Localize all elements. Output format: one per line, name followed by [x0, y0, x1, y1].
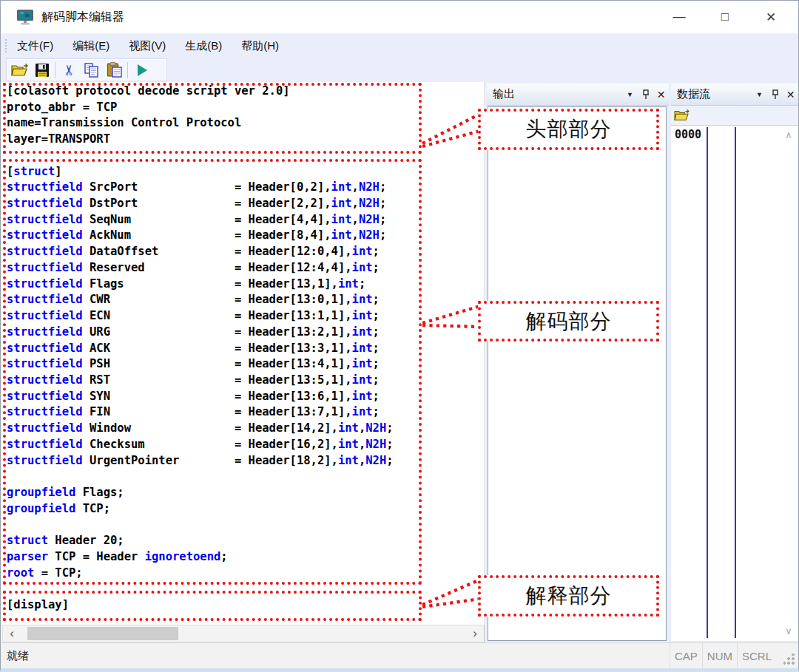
- datastream-open-button[interactable]: [671, 106, 692, 124]
- floppy-disk-icon: [35, 63, 50, 78]
- run-button[interactable]: [129, 60, 152, 80]
- code-line: structfield SeqNum = Header[4,4],int,N2H…: [7, 212, 394, 228]
- scissors-icon: ✂: [60, 64, 76, 76]
- code-line: [struct]: [7, 164, 394, 180]
- code-line: structfield SrcPort = Header[0,2],int,N2…: [7, 180, 394, 196]
- toolbar-group: ✂: [7, 59, 166, 81]
- code-line: parser TCP = Header ignoretoend;: [7, 549, 394, 566]
- code-line: groupfield Flags;: [7, 485, 394, 501]
- code-line: structfield Flags = Header[13,1],int;: [7, 276, 394, 293]
- app-window: 解码脚本编辑器 — □ ✕ 文件(F)编辑(E)视图(V)生成(B)帮助(H): [0, 0, 799, 672]
- status-bar: 就绪 CAPNUMSCRL: [1, 642, 798, 668]
- menu-item-help[interactable]: 帮助(H): [232, 34, 289, 58]
- datastream-panel-title: 数据流: [677, 87, 752, 101]
- datastream-toolbar: [671, 106, 798, 125]
- copy-button[interactable]: [80, 60, 103, 80]
- menu-bar: 文件(F)编辑(E)视图(V)生成(B)帮助(H): [1, 33, 798, 58]
- code-line: structfield DstPort = Header[2,2],int,N2…: [7, 196, 394, 212]
- code-editor[interactable]: [colasoft protocol decode script ver 2.0…: [1, 82, 485, 642]
- scroll-down-arrow[interactable]: ∨: [782, 625, 795, 637]
- datastream-dropdown-icon[interactable]: ▼: [752, 86, 767, 103]
- code-line: structfield PSH = Header[13:4,1],int;: [7, 356, 394, 373]
- open-folder-icon: [10, 63, 28, 78]
- output-close-icon[interactable]: ✕: [653, 86, 669, 103]
- window-title: 解码脚本编辑器: [41, 10, 124, 25]
- hex-column-divider: [707, 127, 708, 638]
- datastream-panel-header: 数据流 ▼ ✕: [671, 84, 798, 106]
- code-line: struct Header 20;: [7, 533, 394, 549]
- hex-offset-label: 0000: [675, 128, 701, 141]
- code-line: structfield Window = Header[14,2],int,N2…: [7, 421, 394, 437]
- datastream-close-icon[interactable]: ✕: [783, 86, 798, 103]
- maximize-button[interactable]: □: [702, 1, 748, 33]
- status-toggle-cap: CAP: [670, 643, 702, 668]
- code-line: groupfield TCP;: [7, 501, 394, 517]
- status-toggles: CAPNUMSCRL: [670, 643, 776, 668]
- code-line: structfield SYN = Header[13:6,1],int;: [7, 389, 394, 405]
- code-line: structfield ECN = Header[13:1,1],int;: [7, 308, 394, 325]
- horizontal-scroll-thumb[interactable]: [27, 627, 178, 640]
- output-panel-header: 输出 ▼ ✕: [487, 84, 669, 106]
- status-toggle-num: NUM: [702, 643, 737, 668]
- copy-documents-icon: [84, 63, 100, 78]
- app-icon: [16, 7, 35, 27]
- code-line: root = TCP;: [7, 566, 394, 582]
- open-button[interactable]: [7, 60, 30, 80]
- datastream-panel-content: 0000 ∧ ∨: [671, 125, 798, 641]
- menu-item-file[interactable]: 文件(F): [7, 34, 63, 58]
- cut-button[interactable]: ✂: [57, 60, 80, 80]
- code-line: structfield URG = Header[13:2,1],int;: [7, 325, 394, 341]
- code-line: structfield UrgentPointer = Header[18,2]…: [7, 453, 394, 469]
- code-line: [display]: [7, 597, 394, 614]
- scroll-left-arrow[interactable]: ‹: [4, 625, 19, 642]
- title-bar: 解码脚本编辑器 — □ ✕: [1, 1, 798, 33]
- open-folder-icon: [673, 109, 690, 122]
- code-line: structfield RST = Header[13:5,1],int;: [7, 373, 394, 389]
- close-button[interactable]: ✕: [748, 1, 794, 33]
- status-toggle-scrl: SCRL: [737, 643, 776, 668]
- toolbar-separator: [127, 62, 128, 78]
- output-panel-content: [488, 106, 667, 641]
- horizontal-scrollbar[interactable]: ‹ ›: [2, 625, 485, 642]
- code-line: structfield ACK = Header[13:3,1],int;: [7, 341, 394, 357]
- minimize-button[interactable]: —: [656, 1, 702, 33]
- code-line: structfield AckNum = Header[8,4],int,N2H…: [7, 228, 394, 244]
- code-line: [7, 469, 394, 485]
- scroll-up-arrow[interactable]: ∧: [782, 129, 795, 140]
- code-line: structfield DataOffset = Header[12:0,4],…: [7, 244, 394, 260]
- status-ready-text: 就绪: [7, 649, 670, 663]
- menu-item-view[interactable]: 视图(V): [119, 34, 175, 58]
- paste-button[interactable]: [103, 60, 126, 80]
- output-dropdown-icon[interactable]: ▼: [622, 86, 638, 103]
- code-line: structfield Reserved = Header[12:4,4],in…: [7, 260, 394, 276]
- code-line: proto_abbr = TCP: [7, 100, 394, 116]
- toolbar-separator: [55, 62, 55, 78]
- hex-column-divider: [735, 127, 736, 638]
- code-line: [7, 148, 394, 164]
- code-line: name=Transmission Control Protocol: [7, 115, 394, 132]
- menu-item-build[interactable]: 生成(B): [175, 34, 232, 58]
- code-line: structfield FIN = Header[13:7,1],int;: [7, 404, 394, 421]
- output-pin-icon[interactable]: [638, 86, 653, 103]
- code-line: structfield Checksum = Header[16,2],int,…: [7, 437, 394, 453]
- clipboard-paste-icon: [107, 62, 123, 78]
- code-line: [7, 581, 394, 597]
- code-line: [colasoft protocol decode script ver 2.0…: [7, 84, 394, 100]
- toolbar: ✂: [1, 58, 798, 82]
- code-line: layer=TRANSPORT: [7, 132, 394, 148]
- datastream-pin-icon[interactable]: [767, 86, 783, 103]
- code-line: [7, 517, 394, 533]
- scroll-right-arrow[interactable]: ›: [468, 625, 482, 642]
- menu-item-edit[interactable]: 编辑(E): [63, 34, 119, 58]
- code-area[interactable]: [colasoft protocol decode script ver 2.0…: [7, 84, 394, 614]
- resize-grip[interactable]: [783, 654, 795, 665]
- code-line: structfield CWR = Header[13:0,1],int;: [7, 292, 394, 308]
- output-panel-title: 输出: [493, 87, 622, 101]
- save-button[interactable]: [30, 60, 53, 80]
- run-play-icon: [138, 64, 147, 76]
- window-controls: — □ ✕: [656, 1, 794, 33]
